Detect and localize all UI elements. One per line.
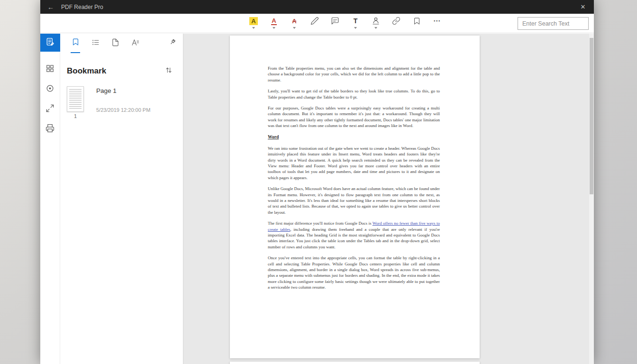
- underline-tool-button[interactable]: A: [267, 16, 281, 32]
- document-paragraph: We ran into some frustration out of the …: [268, 146, 440, 181]
- comment-icon: [331, 16, 339, 26]
- bookmark-list-item[interactable]: 1 Page 1 5/23/2019 12:20:00 PM: [67, 86, 176, 119]
- scrollbar-thumb[interactable]: [590, 38, 593, 194]
- chevron-down-icon: [252, 27, 255, 29]
- page-icon: [111, 38, 119, 48]
- bookmark-tool-button[interactable]: [410, 16, 423, 32]
- left-icon-strip: [40, 34, 60, 364]
- back-button[interactable]: ←: [40, 0, 61, 14]
- freehand-pen-tool-button[interactable]: [308, 16, 321, 32]
- tab-bookmarks[interactable]: [71, 34, 80, 53]
- comment-note-tool-button[interactable]: [328, 16, 342, 32]
- sort-button[interactable]: [165, 66, 173, 76]
- stamp-signature-tool-button[interactable]: [369, 16, 382, 32]
- window-title: PDF Reader Pro: [61, 4, 103, 10]
- thumbnail-page-number: 1: [74, 113, 77, 119]
- back-arrow-icon: ←: [47, 3, 54, 11]
- bookmark-tab-icon: [72, 38, 80, 48]
- panel-title: Bookmark: [67, 66, 106, 76]
- document-viewer: From the Table properties menu, you can …: [183, 34, 594, 364]
- pdf-page-content: From the Table properties menu, you can …: [230, 36, 480, 291]
- expand-button[interactable]: [40, 100, 60, 118]
- panel-toggle-icon: [46, 37, 55, 48]
- pen-icon: [310, 16, 319, 26]
- pdf-page-1: From the Table properties menu, you can …: [230, 36, 480, 358]
- document-paragraph: The first major difference you'll notice…: [268, 220, 440, 250]
- annotation-toolbar: A A A: [40, 14, 594, 33]
- snapshot-button[interactable]: [40, 80, 60, 98]
- document-text: For our purposes, Google Docs tables wer…: [268, 106, 440, 128]
- document-text: We ran into some frustration out of the …: [268, 146, 440, 180]
- highlight-tool-button[interactable]: A: [247, 16, 260, 32]
- print-button[interactable]: [40, 120, 60, 138]
- more-options-button[interactable]: ⋯: [430, 16, 444, 32]
- ellipsis-icon: ⋯: [433, 17, 441, 25]
- document-heading: Word: [268, 134, 440, 140]
- panel-toggle-button[interactable]: [40, 34, 60, 52]
- document-paragraph: Unlike Google Docs, Microsoft Word does …: [268, 186, 440, 215]
- printer-icon: [46, 124, 55, 135]
- bookmark-thumbnail-wrap: 1: [67, 86, 84, 119]
- chevron-down-icon: [374, 27, 377, 29]
- chevron-down-icon: [354, 27, 357, 29]
- bookmark-label: Page 1: [96, 87, 150, 94]
- bookmark-meta: Page 1 5/23/2019 12:20:00 PM: [96, 86, 150, 113]
- grid-icon: [46, 64, 55, 75]
- document-text: Lastly, you'll want to get rid of the ta…: [268, 89, 440, 99]
- sort-arrows-icon: [165, 66, 173, 76]
- title-bar: ← PDF Reader Pro ✕: [40, 0, 594, 14]
- chevron-down-icon: [273, 27, 275, 29]
- document-text: , including drawing them freehand and a …: [268, 227, 440, 249]
- chevron-down-icon: [293, 27, 296, 29]
- close-button[interactable]: ✕: [572, 0, 594, 14]
- outline-list-icon: [91, 38, 100, 48]
- text-tool-icon: T: [354, 17, 358, 25]
- hyperlink-tool-button[interactable]: [390, 16, 403, 32]
- document-text: Word: [268, 135, 279, 139]
- text-box-tool-button[interactable]: T: [349, 16, 362, 32]
- pin-panel-button[interactable]: [168, 34, 176, 53]
- tab-pages[interactable]: [110, 34, 120, 53]
- app-window: ← PDF Reader Pro ✕ A A A: [40, 0, 594, 364]
- snapshot-icon: [46, 84, 55, 95]
- strikethrough-icon: A: [292, 18, 296, 25]
- tools-group: A A A: [247, 14, 444, 33]
- search-input[interactable]: [518, 17, 589, 30]
- document-text: From the Table properties menu, you can …: [268, 66, 440, 82]
- tab-annotations[interactable]: [130, 34, 140, 53]
- document-paragraph: For our purposes, Google Docs tables wer…: [268, 105, 440, 129]
- document-text: Unlike Google Docs, Microsoft Word does …: [268, 186, 440, 215]
- bookmark-icon: [413, 16, 421, 26]
- panel-header: Bookmark: [60, 53, 183, 76]
- expand-icon: [46, 104, 55, 115]
- thumbnail-text-lines: [69, 89, 82, 109]
- close-icon: ✕: [581, 3, 586, 10]
- page-thumbnail: [67, 86, 84, 112]
- stamp-icon: [372, 16, 380, 26]
- document-paragraph: Lastly, you'll want to get rid of the ta…: [268, 88, 440, 100]
- panel-tabs: [60, 34, 183, 53]
- link-icon: [392, 16, 400, 26]
- vertical-scrollbar[interactable]: [589, 34, 594, 364]
- main-content: Bookmark 1 Page 1: [40, 34, 594, 364]
- pdf-page-2: [230, 362, 480, 364]
- document-text: Once you've entered text into the approp…: [268, 255, 440, 290]
- document-paragraph: From the Table properties menu, you can …: [268, 65, 440, 83]
- bookmark-timestamp: 5/23/2019 12:20:00 PM: [96, 107, 150, 113]
- desktop-background: ← PDF Reader Pro ✕ A A A: [0, 0, 637, 364]
- document-paragraph: Once you've entered text into the approp…: [268, 255, 440, 290]
- highlight-icon: A: [249, 17, 257, 25]
- side-panel: Bookmark 1 Page 1: [60, 34, 183, 364]
- thumbnails-grid-button[interactable]: [40, 60, 60, 78]
- pin-icon: [168, 38, 176, 48]
- strikethrough-tool-button[interactable]: A: [288, 16, 301, 32]
- tab-outline[interactable]: [91, 34, 100, 53]
- document-text: The first major difference you'll notice…: [268, 221, 373, 226]
- underline-icon: A: [271, 17, 276, 25]
- annotation-letter-icon: [131, 38, 140, 48]
